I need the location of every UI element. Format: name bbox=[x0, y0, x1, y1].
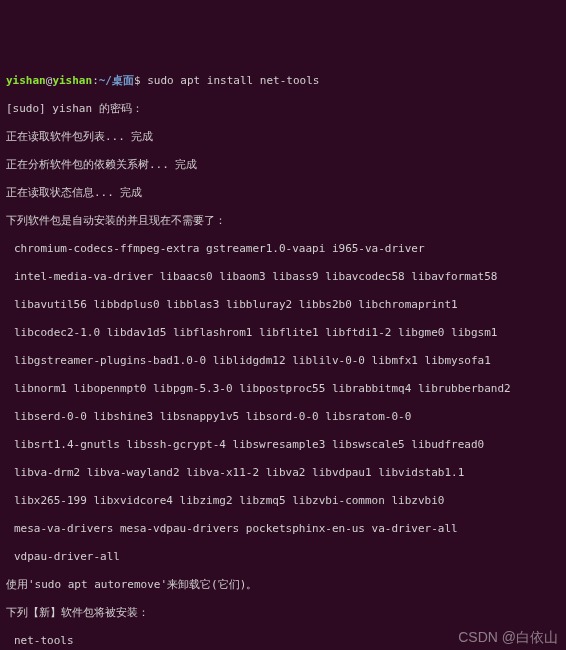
autoremove-pkg-line: libcodec2-1.0 libdav1d5 libflashrom1 lib… bbox=[6, 326, 560, 340]
sudo-password-prompt: [sudo] yishan 的密码： bbox=[6, 102, 560, 116]
prompt-host: yishan bbox=[52, 74, 92, 87]
apt-building-tree: 正在分析软件包的依赖关系树... 完成 bbox=[6, 158, 560, 172]
prompt-line-1: yishan@yishan:~/桌面$ sudo apt install net… bbox=[6, 74, 560, 88]
autoremove-pkg-line: libx265-199 libxvidcore4 libzimg2 libzmq… bbox=[6, 494, 560, 508]
apt-new-header: 下列【新】软件包将被安装： bbox=[6, 606, 560, 620]
autoremove-pkg-line: libavutil56 libbdplus0 libblas3 libblura… bbox=[6, 298, 560, 312]
prompt-path: ~/桌面 bbox=[99, 74, 134, 87]
autoremove-pkg-line: libserd-0-0 libshine3 libsnappy1v5 libso… bbox=[6, 410, 560, 424]
autoremove-pkg-line: libgstreamer-plugins-bad1.0-0 liblidgdm1… bbox=[6, 354, 560, 368]
command-1: sudo apt install net-tools bbox=[147, 74, 319, 87]
autoremove-pkg-line: mesa-va-drivers mesa-vdpau-drivers pocke… bbox=[6, 522, 560, 536]
autoremove-pkg-line: libnorm1 libopenmpt0 libpgm-5.3-0 libpos… bbox=[6, 382, 560, 396]
apt-reading-state: 正在读取状态信息... 完成 bbox=[6, 186, 560, 200]
apt-reading-lists: 正在读取软件包列表... 完成 bbox=[6, 130, 560, 144]
autoremove-pkg-line: chromium-codecs-ffmpeg-extra gstreamer1.… bbox=[6, 242, 560, 256]
prompt-user: yishan bbox=[6, 74, 46, 87]
autoremove-pkg-line: vdpau-driver-all bbox=[6, 550, 560, 564]
terminal-output[interactable]: yishan@yishan:~/桌面$ sudo apt install net… bbox=[6, 60, 560, 650]
watermark: CSDN @白依山 bbox=[458, 630, 558, 644]
autoremove-pkg-line: intel-media-va-driver libaacs0 libaom3 l… bbox=[6, 270, 560, 284]
autoremove-pkg-line: libsrt1.4-gnutls libssh-gcrypt-4 libswre… bbox=[6, 438, 560, 452]
apt-autoremove-header: 下列软件包是自动安装的并且现在不需要了： bbox=[6, 214, 560, 228]
apt-use-autoremove: 使用'sudo apt autoremove'来卸载它(它们)。 bbox=[6, 578, 560, 592]
autoremove-pkg-line: libva-drm2 libva-wayland2 libva-x11-2 li… bbox=[6, 466, 560, 480]
